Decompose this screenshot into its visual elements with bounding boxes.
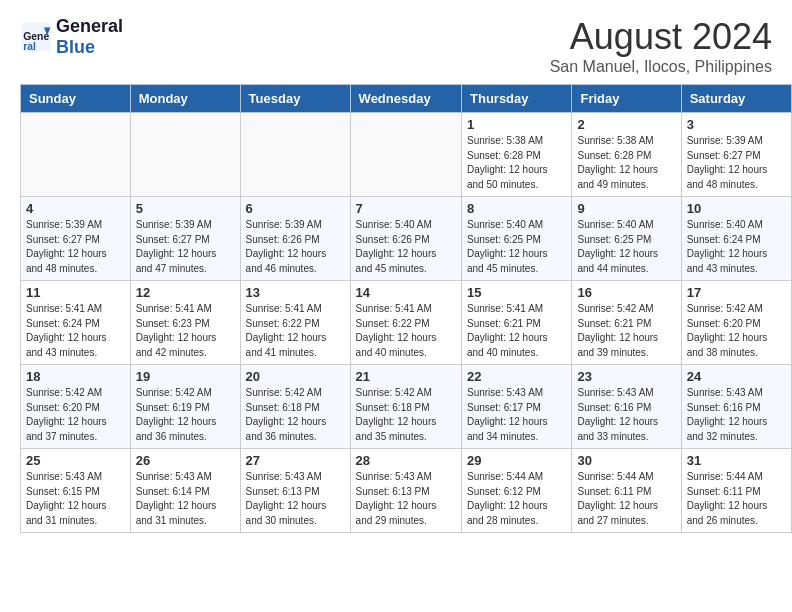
- day-info: Sunrise: 5:40 AM Sunset: 6:26 PM Dayligh…: [356, 218, 456, 276]
- month-year: August 2024: [550, 16, 772, 58]
- calendar-cell: 2Sunrise: 5:38 AM Sunset: 6:28 PM Daylig…: [572, 113, 681, 197]
- day-info: Sunrise: 5:38 AM Sunset: 6:28 PM Dayligh…: [467, 134, 566, 192]
- calendar-cell: [21, 113, 131, 197]
- calendar-cell: 26Sunrise: 5:43 AM Sunset: 6:14 PM Dayli…: [130, 449, 240, 533]
- calendar-cell: 15Sunrise: 5:41 AM Sunset: 6:21 PM Dayli…: [462, 281, 572, 365]
- calendar-header-wednesday: Wednesday: [350, 85, 461, 113]
- calendar-header-monday: Monday: [130, 85, 240, 113]
- calendar-week-5: 25Sunrise: 5:43 AM Sunset: 6:15 PM Dayli…: [21, 449, 792, 533]
- day-number: 4: [26, 201, 125, 216]
- day-number: 19: [136, 369, 235, 384]
- day-number: 5: [136, 201, 235, 216]
- calendar-cell: 21Sunrise: 5:42 AM Sunset: 6:18 PM Dayli…: [350, 365, 461, 449]
- day-info: Sunrise: 5:43 AM Sunset: 6:16 PM Dayligh…: [577, 386, 675, 444]
- calendar-header-thursday: Thursday: [462, 85, 572, 113]
- day-info: Sunrise: 5:43 AM Sunset: 6:14 PM Dayligh…: [136, 470, 235, 528]
- calendar-cell: [240, 113, 350, 197]
- calendar-cell: 22Sunrise: 5:43 AM Sunset: 6:17 PM Dayli…: [462, 365, 572, 449]
- calendar-week-1: 1Sunrise: 5:38 AM Sunset: 6:28 PM Daylig…: [21, 113, 792, 197]
- calendar-wrap: SundayMondayTuesdayWednesdayThursdayFrid…: [0, 84, 792, 543]
- calendar-cell: [130, 113, 240, 197]
- day-info: Sunrise: 5:41 AM Sunset: 6:22 PM Dayligh…: [356, 302, 456, 360]
- calendar-cell: 19Sunrise: 5:42 AM Sunset: 6:19 PM Dayli…: [130, 365, 240, 449]
- calendar-cell: 7Sunrise: 5:40 AM Sunset: 6:26 PM Daylig…: [350, 197, 461, 281]
- calendar-week-2: 4Sunrise: 5:39 AM Sunset: 6:27 PM Daylig…: [21, 197, 792, 281]
- calendar-week-4: 18Sunrise: 5:42 AM Sunset: 6:20 PM Dayli…: [21, 365, 792, 449]
- day-number: 18: [26, 369, 125, 384]
- logo: Gene ral General Blue: [20, 16, 123, 58]
- calendar-cell: 24Sunrise: 5:43 AM Sunset: 6:16 PM Dayli…: [681, 365, 791, 449]
- calendar-header-row: SundayMondayTuesdayWednesdayThursdayFrid…: [21, 85, 792, 113]
- calendar-cell: 4Sunrise: 5:39 AM Sunset: 6:27 PM Daylig…: [21, 197, 131, 281]
- day-number: 23: [577, 369, 675, 384]
- day-info: Sunrise: 5:42 AM Sunset: 6:18 PM Dayligh…: [246, 386, 345, 444]
- day-number: 24: [687, 369, 786, 384]
- logo-general-text: General: [56, 16, 123, 37]
- day-info: Sunrise: 5:42 AM Sunset: 6:20 PM Dayligh…: [687, 302, 786, 360]
- day-number: 1: [467, 117, 566, 132]
- day-info: Sunrise: 5:39 AM Sunset: 6:27 PM Dayligh…: [26, 218, 125, 276]
- calendar-cell: 10Sunrise: 5:40 AM Sunset: 6:24 PM Dayli…: [681, 197, 791, 281]
- day-info: Sunrise: 5:44 AM Sunset: 6:11 PM Dayligh…: [687, 470, 786, 528]
- calendar-cell: 18Sunrise: 5:42 AM Sunset: 6:20 PM Dayli…: [21, 365, 131, 449]
- day-number: 29: [467, 453, 566, 468]
- day-info: Sunrise: 5:42 AM Sunset: 6:20 PM Dayligh…: [26, 386, 125, 444]
- calendar-cell: 29Sunrise: 5:44 AM Sunset: 6:12 PM Dayli…: [462, 449, 572, 533]
- calendar-header-sunday: Sunday: [21, 85, 131, 113]
- calendar-cell: 17Sunrise: 5:42 AM Sunset: 6:20 PM Dayli…: [681, 281, 791, 365]
- calendar-table: SundayMondayTuesdayWednesdayThursdayFrid…: [20, 84, 792, 533]
- day-info: Sunrise: 5:43 AM Sunset: 6:13 PM Dayligh…: [246, 470, 345, 528]
- day-info: Sunrise: 5:44 AM Sunset: 6:12 PM Dayligh…: [467, 470, 566, 528]
- calendar-cell: 28Sunrise: 5:43 AM Sunset: 6:13 PM Dayli…: [350, 449, 461, 533]
- day-info: Sunrise: 5:41 AM Sunset: 6:24 PM Dayligh…: [26, 302, 125, 360]
- day-number: 25: [26, 453, 125, 468]
- day-number: 12: [136, 285, 235, 300]
- day-info: Sunrise: 5:42 AM Sunset: 6:18 PM Dayligh…: [356, 386, 456, 444]
- day-info: Sunrise: 5:43 AM Sunset: 6:13 PM Dayligh…: [356, 470, 456, 528]
- svg-text:ral: ral: [23, 41, 36, 52]
- calendar-cell: 5Sunrise: 5:39 AM Sunset: 6:27 PM Daylig…: [130, 197, 240, 281]
- day-number: 17: [687, 285, 786, 300]
- day-info: Sunrise: 5:43 AM Sunset: 6:17 PM Dayligh…: [467, 386, 566, 444]
- location: San Manuel, Ilocos, Philippines: [550, 58, 772, 76]
- calendar-cell: 13Sunrise: 5:41 AM Sunset: 6:22 PM Dayli…: [240, 281, 350, 365]
- day-number: 15: [467, 285, 566, 300]
- header: Gene ral General Blue August 2024 San Ma…: [0, 0, 792, 84]
- day-number: 11: [26, 285, 125, 300]
- calendar-cell: 27Sunrise: 5:43 AM Sunset: 6:13 PM Dayli…: [240, 449, 350, 533]
- day-number: 7: [356, 201, 456, 216]
- day-number: 16: [577, 285, 675, 300]
- calendar-cell: 1Sunrise: 5:38 AM Sunset: 6:28 PM Daylig…: [462, 113, 572, 197]
- calendar-header-friday: Friday: [572, 85, 681, 113]
- day-number: 6: [246, 201, 345, 216]
- day-number: 3: [687, 117, 786, 132]
- day-info: Sunrise: 5:43 AM Sunset: 6:15 PM Dayligh…: [26, 470, 125, 528]
- calendar-header-saturday: Saturday: [681, 85, 791, 113]
- day-number: 28: [356, 453, 456, 468]
- calendar-cell: 31Sunrise: 5:44 AM Sunset: 6:11 PM Dayli…: [681, 449, 791, 533]
- calendar-cell: 9Sunrise: 5:40 AM Sunset: 6:25 PM Daylig…: [572, 197, 681, 281]
- day-info: Sunrise: 5:39 AM Sunset: 6:26 PM Dayligh…: [246, 218, 345, 276]
- calendar-cell: 11Sunrise: 5:41 AM Sunset: 6:24 PM Dayli…: [21, 281, 131, 365]
- calendar-cell: 23Sunrise: 5:43 AM Sunset: 6:16 PM Dayli…: [572, 365, 681, 449]
- day-number: 27: [246, 453, 345, 468]
- day-number: 30: [577, 453, 675, 468]
- calendar-cell: 20Sunrise: 5:42 AM Sunset: 6:18 PM Dayli…: [240, 365, 350, 449]
- day-info: Sunrise: 5:41 AM Sunset: 6:22 PM Dayligh…: [246, 302, 345, 360]
- day-info: Sunrise: 5:38 AM Sunset: 6:28 PM Dayligh…: [577, 134, 675, 192]
- calendar-week-3: 11Sunrise: 5:41 AM Sunset: 6:24 PM Dayli…: [21, 281, 792, 365]
- logo-blue-text: Blue: [56, 37, 123, 58]
- day-number: 21: [356, 369, 456, 384]
- calendar-cell: 16Sunrise: 5:42 AM Sunset: 6:21 PM Dayli…: [572, 281, 681, 365]
- day-number: 20: [246, 369, 345, 384]
- day-info: Sunrise: 5:44 AM Sunset: 6:11 PM Dayligh…: [577, 470, 675, 528]
- day-info: Sunrise: 5:43 AM Sunset: 6:16 PM Dayligh…: [687, 386, 786, 444]
- logo-icon: Gene ral: [20, 21, 52, 53]
- calendar-header-tuesday: Tuesday: [240, 85, 350, 113]
- day-info: Sunrise: 5:40 AM Sunset: 6:25 PM Dayligh…: [577, 218, 675, 276]
- day-info: Sunrise: 5:42 AM Sunset: 6:21 PM Dayligh…: [577, 302, 675, 360]
- day-info: Sunrise: 5:39 AM Sunset: 6:27 PM Dayligh…: [136, 218, 235, 276]
- day-number: 22: [467, 369, 566, 384]
- day-number: 14: [356, 285, 456, 300]
- day-number: 26: [136, 453, 235, 468]
